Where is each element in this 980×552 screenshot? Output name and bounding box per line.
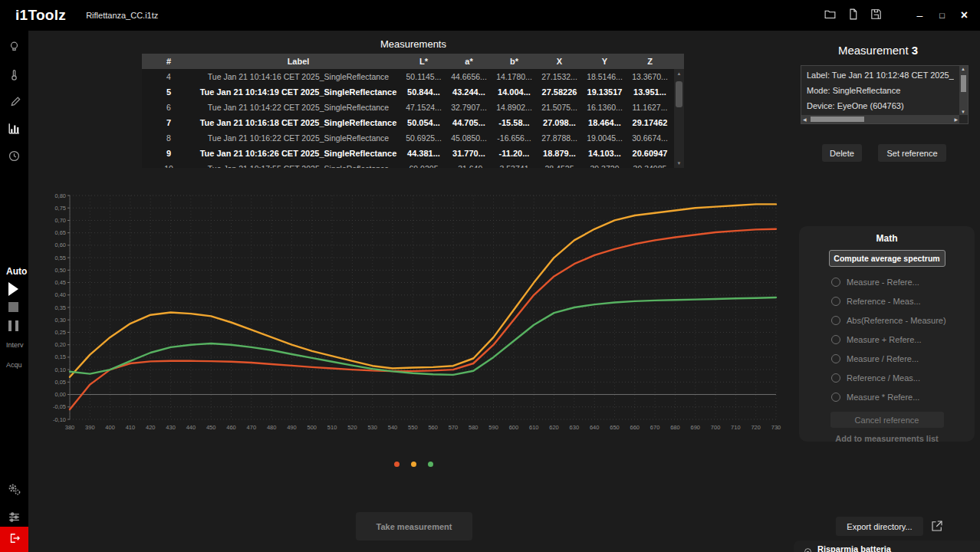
radio-icon (831, 297, 840, 306)
column-header[interactable]: # (142, 57, 196, 66)
math-option[interactable]: Measure - Refere... (799, 272, 975, 291)
measurements-table: #LabelL*a*b*XYZ 4Tue Jan 21 10:14:16 CET… (142, 54, 684, 168)
legend-dot-yellow[interactable] (411, 462, 416, 467)
add-to-measurements-list-button[interactable]: Add to measurements list (835, 434, 938, 443)
new-file-button[interactable] (841, 4, 864, 27)
cancel-reference-button[interactable]: Cancel reference (830, 412, 944, 428)
sidebar: Auto Interv Acqu (0, 31, 28, 552)
table-row[interactable]: 10Tue Jan 21 10:17:55 CET 2025_SingleRef… (142, 161, 684, 168)
scroll-up-icon[interactable]: ▲ (674, 69, 684, 78)
row-number: 5 (142, 87, 196, 97)
svg-text:600: 600 (509, 424, 519, 431)
external-link-icon[interactable] (930, 519, 944, 533)
stop-button[interactable] (8, 302, 18, 312)
sidebar-item-settings[interactable] (0, 479, 28, 502)
row-number: 9 (142, 149, 196, 158)
play-button[interactable] (8, 282, 18, 296)
export-directory-button[interactable]: Export directory... (836, 517, 923, 536)
svg-text:660: 660 (630, 424, 640, 431)
legend-dot-green[interactable] (428, 462, 433, 467)
take-measurement-button[interactable]: Take measurement (356, 512, 472, 540)
sidebar-item-measurements[interactable] (0, 118, 28, 141)
table-row[interactable]: 9Tue Jan 21 10:16:26 CET 2025_SingleRefl… (142, 146, 684, 161)
save-button[interactable] (864, 4, 887, 27)
measurement-info-lines: Label: Tue Jan 21 10:12:48 CET 2025_Sing… (801, 66, 959, 115)
table-row[interactable]: 6Tue Jan 21 10:14:22 CET 2025_SingleRefl… (142, 100, 684, 115)
pause-button[interactable] (8, 320, 18, 331)
close-button[interactable]: × (953, 4, 975, 27)
column-header[interactable]: Y (582, 57, 627, 66)
column-header[interactable]: Label (196, 57, 401, 66)
set-reference-button[interactable]: Set reference (878, 144, 946, 162)
svg-text:450: 450 (206, 424, 216, 431)
exit-button[interactable] (0, 527, 28, 552)
maximize-button[interactable]: □ (931, 4, 953, 27)
row-value: 30.6674... (627, 133, 673, 143)
scroll-down-icon[interactable]: ▼ (674, 159, 684, 168)
table-row[interactable]: 5Tue Jan 21 10:14:19 CET 2025_SingleRefl… (142, 84, 684, 100)
battery-saver-notification[interactable]: Risparmia batteria (794, 540, 980, 552)
table-scrollbar[interactable]: ▲ ▼ (674, 69, 684, 168)
acquire-label: Acqu (6, 361, 22, 369)
math-option[interactable]: Measure * Refere... (799, 387, 975, 406)
svg-text:0,20: 0,20 (54, 341, 66, 348)
sidebar-item-calibration[interactable] (0, 92, 28, 115)
sidebar-item-history[interactable] (0, 146, 28, 169)
column-header[interactable]: a* (446, 57, 492, 66)
svg-text:0,80: 0,80 (54, 192, 66, 199)
math-option[interactable]: Abs(Reference - Measure) (799, 310, 975, 330)
table-row[interactable]: 7Tue Jan 21 10:16:18 CET 2025_SingleRefl… (142, 115, 684, 130)
info-horizontal-scrollbar[interactable]: ◀ ▶ (801, 115, 959, 123)
table-row[interactable]: 4Tue Jan 21 10:14:16 CET 2025_SingleRefl… (142, 69, 684, 84)
row-value: 47.1524... (401, 103, 446, 112)
math-option[interactable]: Reference - Meas... (799, 291, 975, 310)
file-icon (847, 8, 860, 24)
measurement-table-body: 4Tue Jan 21 10:14:16 CET 2025_SingleRefl… (142, 69, 684, 168)
compute-average-spectrum-button[interactable]: Compute average spectrum (829, 250, 945, 267)
table-row[interactable]: 8Tue Jan 21 10:16:22 CET 2025_SingleRefl… (142, 130, 684, 146)
column-header[interactable]: b* (492, 57, 537, 66)
spectrum-curve-yellow (70, 204, 776, 376)
scrollbar-thumb[interactable] (961, 75, 966, 92)
column-header[interactable]: X (537, 57, 582, 66)
app-window: i1Toolz Riflettanza_CC.i1tz – □ × (0, 0, 980, 552)
math-option[interactable]: Reference / Meas... (799, 368, 975, 387)
sidebar-item-lamp[interactable] (0, 37, 28, 60)
minimize-button[interactable]: – (909, 4, 931, 27)
sidebar-item-temperature[interactable] (0, 64, 28, 87)
radio-icon (831, 335, 840, 344)
folder-open-icon (824, 8, 837, 24)
scroll-up-icon[interactable]: ▲ (961, 67, 965, 71)
math-option[interactable]: Measure / Refere... (799, 349, 975, 368)
measurements-title: Measurements (28, 38, 798, 50)
row-value: 44.705... (446, 118, 492, 127)
svg-text:0,35: 0,35 (54, 304, 66, 311)
svg-text:470: 470 (247, 424, 257, 431)
scroll-right-icon[interactable]: ▶ (954, 117, 958, 122)
delete-button[interactable]: Delete (822, 144, 862, 162)
row-value: 50.844... (401, 87, 446, 97)
legend-dot-red[interactable] (394, 462, 400, 467)
column-header[interactable]: L* (401, 57, 446, 66)
scrollbar-thumb[interactable] (811, 117, 864, 122)
math-option[interactable]: Measure + Refere... (799, 330, 975, 349)
row-value: 27.58226 (537, 87, 582, 97)
svg-text:0,10: 0,10 (54, 366, 66, 373)
scroll-down-icon[interactable]: ▼ (961, 110, 965, 114)
row-number: 6 (142, 103, 196, 112)
svg-text:690: 690 (690, 424, 700, 431)
open-file-button[interactable] (818, 4, 841, 27)
row-value: -31.649 (446, 164, 492, 168)
svg-text:590: 590 (488, 424, 498, 431)
math-option-label: Reference - Meas... (847, 297, 921, 306)
column-header[interactable]: Z (627, 57, 673, 66)
svg-text:630: 630 (570, 424, 580, 431)
svg-text:0,55: 0,55 (54, 255, 66, 261)
info-vertical-scrollbar[interactable]: ▲ ▼ (959, 66, 968, 115)
scrollbar-thumb[interactable] (676, 81, 682, 107)
svg-text:480: 480 (267, 424, 277, 431)
row-value: 50.6925... (401, 133, 446, 143)
svg-text:570: 570 (449, 424, 459, 431)
row-value: 14.103... (582, 149, 627, 158)
scroll-left-icon[interactable]: ◀ (803, 117, 807, 122)
